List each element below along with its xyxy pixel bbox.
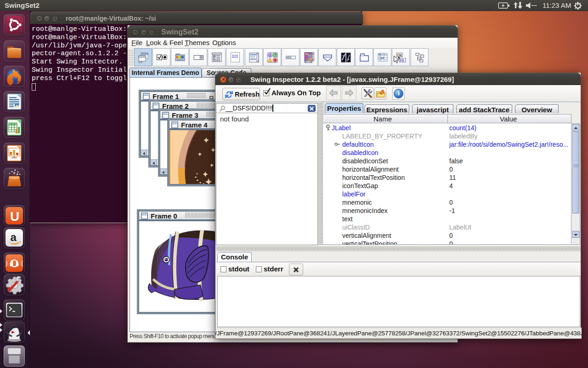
svg-text:a: a	[11, 231, 17, 243]
svg-text:?: ?	[274, 53, 277, 57]
svg-text:text: text	[232, 53, 238, 58]
svg-text:!: !	[270, 59, 271, 62]
svg-text:U: U	[10, 209, 19, 224]
svg-text:i: i	[270, 53, 271, 58]
